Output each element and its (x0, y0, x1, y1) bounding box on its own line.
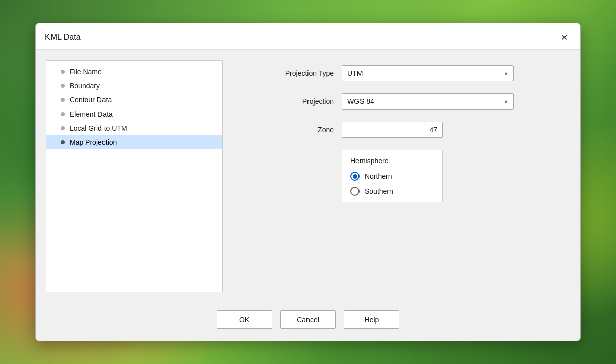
zone-row: Zone 47 (253, 122, 560, 138)
southern-radio-row[interactable]: Southern (350, 187, 434, 196)
projection-type-select[interactable]: UTM Geographic State Plane (342, 65, 514, 81)
projection-select-wrapper: WGS 84 NAD 27 NAD 83 (342, 93, 514, 110)
northern-radio[interactable] (350, 172, 360, 181)
tree-item-local-grid[interactable]: Local Grid to UTM (46, 121, 222, 135)
title-bar: KML Data ✕ (36, 23, 580, 50)
northern-radio-row[interactable]: Northern (350, 172, 434, 181)
projection-type-select-wrapper: UTM Geographic State Plane (342, 65, 514, 81)
dialog-body: File Name Boundary Contour Data Element … (36, 50, 580, 302)
content-panel: Projection Type UTM Geographic State Pla… (223, 50, 580, 302)
tree-item-element[interactable]: Element Data (46, 107, 222, 121)
projection-type-row: Projection Type UTM Geographic State Pla… (253, 65, 560, 81)
projection-row: Projection WGS 84 NAD 27 NAD 83 (253, 93, 560, 110)
tree-item-contour[interactable]: Contour Data (46, 93, 222, 107)
dialog-footer: OK Cancel Help (36, 302, 580, 341)
cancel-button[interactable]: Cancel (280, 310, 336, 329)
tree-item-map-projection[interactable]: Map Projection (46, 135, 222, 149)
northern-label: Northern (365, 172, 392, 180)
kml-data-dialog: KML Data ✕ File Name Boundary Contour Da… (35, 23, 581, 341)
southern-label: Southern (365, 187, 393, 195)
help-button[interactable]: Help (344, 310, 399, 329)
dialog-overlay: KML Data ✕ File Name Boundary Contour Da… (0, 0, 616, 364)
zone-input[interactable]: 47 (342, 122, 443, 138)
dialog-title: KML Data (45, 33, 81, 42)
tree-item-boundary[interactable]: Boundary (46, 79, 222, 93)
projection-label: Projection (253, 97, 334, 106)
hemisphere-title: Hemisphere (350, 157, 434, 165)
projection-type-label: Projection Type (253, 69, 334, 77)
tree-panel: File Name Boundary Contour Data Element … (46, 60, 223, 292)
zone-label: Zone (253, 126, 334, 134)
tree-item-filename[interactable]: File Name (46, 65, 222, 79)
hemisphere-box: Hemisphere Northern Southern (342, 150, 443, 202)
close-button[interactable]: ✕ (557, 30, 571, 44)
ok-button[interactable]: OK (217, 310, 272, 329)
southern-radio[interactable] (350, 187, 360, 196)
projection-select[interactable]: WGS 84 NAD 27 NAD 83 (342, 93, 514, 110)
